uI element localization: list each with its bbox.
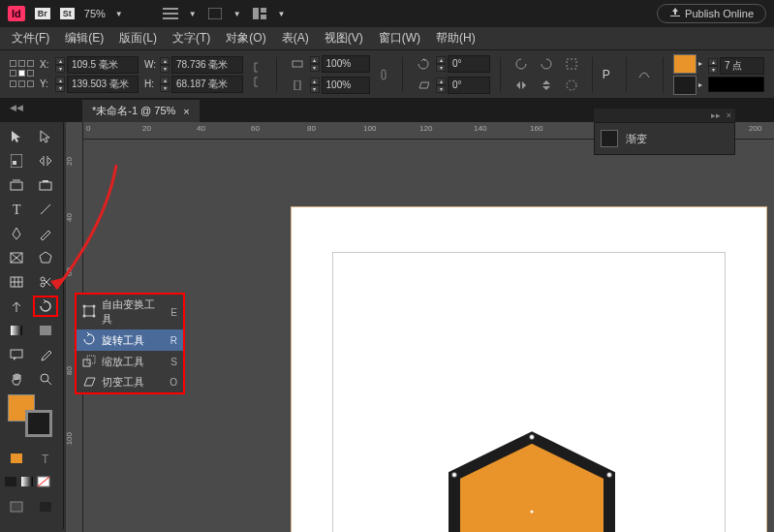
stroke-weight-field[interactable] [720, 57, 764, 75]
gradient-swatch[interactable] [601, 130, 618, 147]
gradient-panel-title: 渐变 [626, 132, 647, 146]
dropdown-icon[interactable]: ▼ [189, 10, 197, 18]
constrain-scale-icon[interactable] [376, 65, 393, 84]
apply-color-button[interactable] [4, 476, 17, 489]
eyedropper-tool[interactable] [33, 344, 58, 365]
gradient-swatch-tool[interactable] [4, 320, 29, 341]
polygon-tool[interactable] [33, 247, 58, 268]
type-tool[interactable]: T [4, 199, 29, 220]
flip-v-icon[interactable] [536, 76, 557, 95]
dropdown-icon[interactable]: ▼ [233, 10, 241, 18]
panel-close-icon[interactable]: × [727, 110, 731, 120]
effects-icon[interactable] [636, 65, 654, 84]
shear-field[interactable] [448, 77, 490, 94]
scale-x-spinner[interactable]: ▴▾ [310, 56, 320, 72]
flip-h-icon[interactable] [511, 76, 532, 95]
h-spinner[interactable]: ▴▾ [160, 77, 170, 92]
select-content-icon[interactable] [561, 76, 582, 95]
menu-layout[interactable]: 版面(L) [111, 27, 165, 49]
gradient-panel[interactable]: 渐变 [594, 122, 735, 155]
normal-view-icon[interactable] [4, 496, 29, 517]
content-collector-tool[interactable] [4, 174, 29, 196]
formatting-text-icon[interactable]: T [33, 448, 58, 469]
apply-color-icon[interactable] [4, 448, 29, 469]
view-options-icon[interactable] [162, 7, 179, 20]
bridge-badge[interactable]: Br [35, 8, 50, 19]
flyout-rotate[interactable]: 旋转工具 R [77, 329, 183, 351]
free-transform-tool[interactable] [4, 296, 29, 317]
app-logo: Id [8, 6, 25, 21]
menu-edit[interactable]: 编辑(E) [57, 27, 111, 49]
w-spinner[interactable]: ▴▾ [160, 57, 170, 73]
page[interactable] [292, 207, 766, 532]
collapse-panels-icon[interactable]: ◀◀ [10, 103, 23, 112]
rotate-ccw-icon[interactable] [511, 54, 532, 74]
rotate-spinner[interactable]: ▴▾ [436, 56, 446, 72]
page-tool[interactable] [4, 150, 29, 172]
document-tab[interactable]: *未命名-1 @ 75% × [82, 100, 200, 122]
apply-gradient-button[interactable] [20, 476, 34, 489]
menu-text[interactable]: 文字(T) [165, 27, 218, 49]
rotate-cw-icon[interactable] [536, 54, 557, 74]
stock-badge[interactable]: St [60, 8, 75, 19]
scale-x-field[interactable] [322, 55, 370, 73]
shear-spinner[interactable]: ▴▾ [436, 78, 446, 93]
publish-online-button[interactable]: Publish Online [657, 4, 766, 23]
stroke-dropdown-icon[interactable]: ▸ [698, 80, 702, 89]
tab-close-icon[interactable]: × [183, 106, 189, 117]
hand-tool[interactable] [4, 368, 29, 390]
fill-swatch[interactable] [673, 54, 697, 74]
rotate-field[interactable] [448, 55, 490, 73]
flyout-shear[interactable]: 切变工具 O [77, 372, 183, 392]
zoom-tool[interactable] [33, 368, 58, 390]
stroke-weight-spinner[interactable]: ▴▾ [708, 58, 718, 74]
content-placer-tool[interactable] [33, 174, 58, 196]
flyout-free-transform[interactable]: 自由变换工具 E [77, 295, 183, 329]
zoom-level[interactable]: 75% [84, 8, 106, 19]
pen-tool[interactable] [4, 223, 29, 244]
h-field[interactable] [171, 76, 243, 93]
reference-point-selector[interactable] [10, 60, 34, 89]
rotate-tool[interactable] [33, 296, 58, 317]
dropdown-icon[interactable]: ▼ [278, 10, 286, 18]
preview-view-icon[interactable] [33, 496, 58, 517]
scale-y-spinner[interactable]: ▴▾ [310, 78, 320, 93]
table-tool[interactable] [4, 271, 29, 293]
apply-none-button[interactable] [37, 476, 50, 489]
menu-object[interactable]: 对象(O) [218, 27, 273, 49]
panel-collapse-icon[interactable]: ▸▸ [711, 110, 721, 120]
y-spinner[interactable]: ▴▾ [55, 77, 65, 92]
menu-help[interactable]: 帮助(H) [428, 27, 483, 49]
gap-tool[interactable] [33, 150, 58, 172]
ruler-tick: 60 [65, 267, 74, 287]
scissors-tool[interactable] [33, 271, 58, 293]
pencil-tool[interactable] [33, 223, 58, 244]
y-field[interactable] [67, 76, 139, 93]
menu-table[interactable]: 表(A) [274, 27, 317, 49]
direct-selection-tool[interactable] [33, 126, 58, 147]
note-tool[interactable] [4, 344, 29, 365]
x-spinner[interactable]: ▴▾ [55, 57, 65, 73]
rectangle-frame-tool[interactable] [4, 247, 29, 268]
selection-tool[interactable] [4, 126, 29, 147]
menu-file[interactable]: 文件(F) [4, 27, 57, 49]
gradient-feather-tool[interactable] [33, 320, 58, 341]
w-field[interactable] [171, 56, 243, 74]
canvas-area[interactable] [83, 140, 774, 532]
menu-view[interactable]: 视图(V) [317, 27, 371, 49]
arrange-icon[interactable] [251, 7, 268, 20]
select-container-icon[interactable] [561, 54, 582, 74]
screen-mode-icon[interactable] [206, 7, 224, 20]
stroke-color-swatch[interactable] [25, 410, 52, 437]
menu-window[interactable]: 窗口(W) [371, 27, 428, 49]
x-field[interactable] [67, 56, 139, 74]
stroke-swatch[interactable] [673, 76, 697, 95]
line-tool[interactable] [33, 199, 58, 220]
flyout-scale[interactable]: 缩放工具 S [77, 351, 183, 372]
constrain-icon[interactable] [249, 65, 266, 84]
scale-y-field[interactable] [322, 77, 370, 94]
hexagon-shape[interactable] [443, 430, 621, 532]
stroke-style-dropdown[interactable] [708, 77, 764, 92]
fill-dropdown-icon[interactable]: ▸ [698, 59, 702, 68]
zoom-dropdown-icon[interactable]: ▼ [115, 10, 123, 18]
